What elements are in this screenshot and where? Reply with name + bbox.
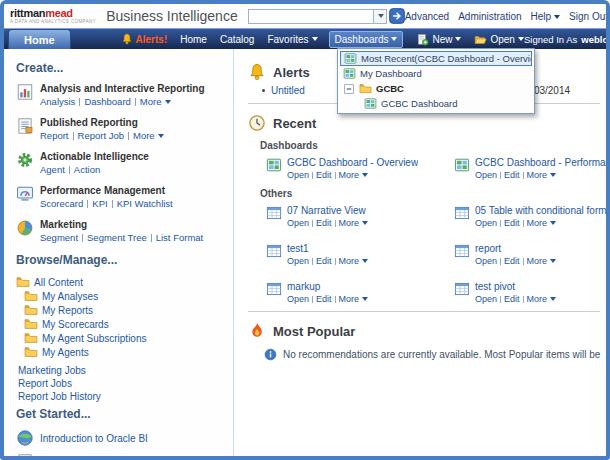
home-tab[interactable]: Home [8,29,71,50]
bell-icon [248,63,266,81]
scorecard-link[interactable]: Scorecard [40,198,83,209]
more-link[interactable]: More [527,170,557,180]
edit-link[interactable]: Edit [504,170,520,180]
open-link[interactable]: Open [287,218,309,228]
dashboard-link[interactable]: Dashboard [84,96,130,107]
kpi-watchlist-link[interactable]: KPI Watchlist [117,198,173,209]
intro-oracle-bi-item[interactable]: Introduction to Oracle BI [16,429,227,447]
sidebar-item-my-reports[interactable]: My Reports [24,303,227,317]
open-link[interactable]: Open [475,256,497,266]
sidebar-item-my-analyses[interactable]: My Analyses [24,289,227,303]
folder-label: My Agent Subscriptions [42,333,147,344]
sidebar-item-my-scorecards[interactable]: My Scorecards [24,317,227,331]
report-job-history-link[interactable]: Report Job History [18,390,227,403]
recent-item: test1 Open Edit More [266,243,450,266]
separator [79,98,80,106]
list-format-link[interactable]: List Format [156,232,204,243]
recent-item-link[interactable]: test1 [287,243,368,254]
new-label: New [432,34,452,45]
report-link[interactable]: Report [40,130,69,141]
recent-item-link[interactable]: markup [287,281,368,292]
more-link[interactable]: More [527,256,557,266]
report-jobs-link[interactable]: Report Jobs [18,377,227,390]
nav-favorites[interactable]: Favorites [267,34,317,45]
open-link[interactable]: Open [287,256,309,266]
open-link[interactable]: Open [475,170,497,180]
recent-item-link[interactable]: test pivot [475,281,556,292]
nav-catalog[interactable]: Catalog [220,34,254,45]
nav-home[interactable]: Home [180,34,207,45]
action-link[interactable]: Action [74,164,100,175]
folder-label: My Analyses [42,291,98,302]
open-link[interactable]: Open [475,218,497,228]
create-group-analysis: Analysis and Interactive Reporting Analy… [16,83,227,107]
menu-folder-gcbc[interactable]: GCBC [340,81,532,96]
advanced-link[interactable]: Advanced [405,11,449,22]
sign-out-link[interactable]: Sign Out [569,11,608,22]
recent-others-grid: 07 Narrative View Open Edit More 05 Tabl… [266,205,602,304]
segment-tree-link[interactable]: Segment Tree [87,232,147,243]
menu-item-most-recent[interactable]: Most Recent(GCBC Dashboard - Overview) [340,51,532,66]
edit-link[interactable]: Edit [504,256,520,266]
menu-item-gcbc-dashboard[interactable]: GCBC Dashboard [340,96,532,111]
more-label: More [527,256,548,266]
sidebar-item-all-content[interactable]: All Content [16,275,227,289]
oracle-bi-documentation-item[interactable]: Oracle BI EE Documentation [16,453,227,456]
report-job-link[interactable]: Report Job [78,130,124,141]
separator [312,296,313,303]
open-link[interactable]: Open [287,170,309,180]
chevron-down-icon [312,37,318,41]
administration-link[interactable]: Administration [458,11,521,22]
edit-link[interactable]: Edit [316,256,332,266]
segment-link[interactable]: Segment [40,232,78,243]
edit-link[interactable]: Edit [316,218,332,228]
recent-item: test pivot Open Edit More [454,281,606,304]
more-link[interactable]: More [339,256,369,266]
sidebar-item-my-agent-subscriptions[interactable]: My Agent Subscriptions [24,331,227,345]
more-link[interactable]: More [527,218,557,228]
search-input[interactable] [248,9,374,24]
analysis-link[interactable]: Analysis [40,96,75,107]
sidebar-item-my-agents[interactable]: My Agents [24,345,227,359]
more-link[interactable]: More [339,170,369,180]
marketing-jobs-link[interactable]: Marketing Jobs [18,364,227,377]
edit-link[interactable]: Edit [316,294,332,304]
nav-new[interactable]: New [416,33,461,46]
recent-item-link[interactable]: 07 Narrative View [287,205,368,216]
more-link[interactable]: More [140,96,171,107]
recent-item-link[interactable]: report [475,243,556,254]
recent-item-link[interactable]: GCBC Dashboard - Overview [287,157,418,168]
nav-open[interactable]: Open [474,33,523,46]
more-link[interactable]: More [527,294,557,304]
more-link[interactable]: More [339,294,369,304]
edit-link[interactable]: Edit [504,218,520,228]
separator [135,98,136,106]
search-area [248,8,405,24]
search-go-button[interactable] [389,8,405,24]
menu-item-my-dashboard[interactable]: My Dashboard [340,66,532,81]
new-document-icon [416,33,429,46]
recent-item-link[interactable]: GCBC Dashboard - Performance... [475,157,606,168]
separator [335,258,336,265]
more-link[interactable]: More [133,130,164,141]
nav-dashboards[interactable]: Dashboards [329,31,404,48]
agent-link[interactable]: Agent [40,164,65,175]
open-link[interactable]: Open [287,294,309,304]
help-menu[interactable]: Help [531,11,561,22]
signed-in-as[interactable]: Signed In Asweblogic [524,34,610,45]
open-link[interactable]: Open [475,294,497,304]
edit-link[interactable]: Edit [316,170,332,180]
more-label: More [140,96,162,107]
collapse-icon[interactable] [343,83,355,95]
search-scope-dropdown[interactable] [374,9,387,24]
create-heading: Create... [16,61,227,75]
recent-item: 07 Narrative View Open Edit More [266,205,450,228]
intro-oracle-bi-link[interactable]: Introduction to Oracle BI [40,433,148,444]
kpi-link[interactable]: KPI [92,198,107,209]
recent-item-link[interactable]: 05 Table with conditional forma... [475,205,606,216]
alerts-indicator[interactable]: Alerts! [121,33,168,45]
separator [523,172,524,179]
edit-link[interactable]: Edit [504,294,520,304]
more-link[interactable]: More [339,218,369,228]
separator [312,220,313,227]
